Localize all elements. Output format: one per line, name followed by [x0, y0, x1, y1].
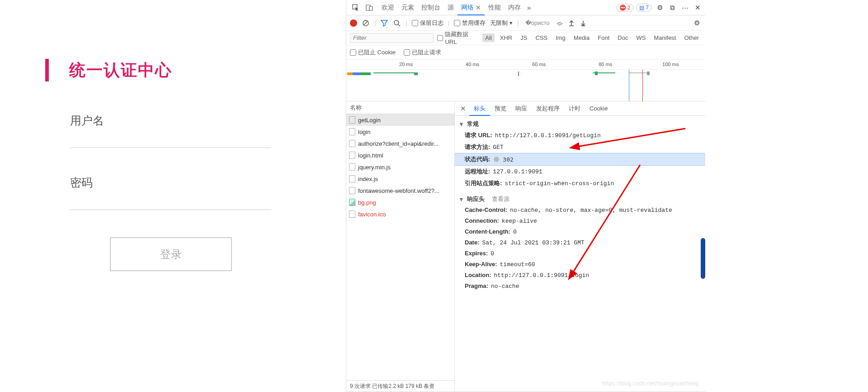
request-item[interactable]: index.js: [346, 173, 454, 185]
waterfall-tick: 60 ms: [532, 62, 546, 67]
header-key: Content-Length:: [465, 228, 510, 235]
file-icon: [349, 163, 355, 171]
request-item[interactable]: favicon.ico: [346, 208, 454, 220]
response-header-row: Date:Sat, 24 Jul 2021 03:39:21 GMT: [455, 237, 705, 248]
request-item-name: login.html: [358, 152, 383, 159]
blocked-request-checkbox[interactable]: 已阻止请求: [404, 48, 441, 57]
record-button[interactable]: [350, 19, 357, 27]
view-source-link[interactable]: 查看源: [492, 195, 509, 203]
filter-icon[interactable]: [380, 19, 388, 27]
devtools-tab-2[interactable]: 控制台: [418, 0, 444, 15]
throttle-select[interactable]: 无限制▾: [490, 19, 513, 27]
message-count-badge[interactable]: ▤7: [636, 4, 652, 12]
page-title: 统一认证中心: [69, 59, 172, 81]
request-item[interactable]: jquery.min.js: [346, 161, 454, 173]
filter-input[interactable]: [350, 33, 434, 43]
tab-close-icon[interactable]: ✕: [476, 4, 481, 11]
filter-type-media[interactable]: Media: [571, 33, 592, 42]
close-detail-icon[interactable]: ✕: [457, 105, 469, 113]
response-header-row: Content-Length:0: [455, 226, 705, 237]
password-label: 密码: [70, 175, 271, 190]
search-icon[interactable]: [393, 19, 401, 27]
more-menu-icon[interactable]: ⋯: [680, 4, 690, 12]
devtools-tab-1[interactable]: 元素: [398, 0, 418, 15]
hide-data-url-label: 隐藏数据 URL: [445, 30, 479, 45]
clear-button[interactable]: [362, 19, 370, 27]
preserve-log-checkbox[interactable]: 保留日志: [412, 19, 443, 27]
devtools-tab-5[interactable]: 性能: [485, 0, 505, 15]
download-icon[interactable]: [580, 19, 587, 27]
request-url-row: 请求 URL:http://127.0.0.1:9091/getLogin: [455, 129, 705, 141]
hide-data-url-checkbox[interactable]: 隐藏数据 URL: [437, 30, 479, 45]
close-devtools-icon[interactable]: ✕: [693, 4, 703, 12]
header-value: keep-alive: [502, 218, 537, 225]
devtools-tab-4[interactable]: 网络✕: [458, 0, 485, 15]
network-settings-icon[interactable]: ⚙: [692, 19, 702, 27]
response-headers-section-title[interactable]: ▼响应头查看源: [455, 194, 705, 205]
triangle-down-icon: ▼: [458, 121, 464, 128]
wifi-icon[interactable]: �ористо: [525, 19, 550, 26]
request-item-name: jquery.min.js: [358, 164, 391, 171]
username-group: 用户名: [70, 113, 271, 148]
error-count: 2: [627, 5, 631, 11]
request-item[interactable]: bg.png: [346, 196, 454, 208]
disable-cache-label: 禁用缓存: [462, 19, 486, 27]
header-value: Sat, 24 Jul 2021 03:39:21 GMT: [482, 239, 585, 246]
device-toggle-icon[interactable]: [363, 1, 376, 14]
username-input[interactable]: [70, 134, 271, 148]
detail-tab-1[interactable]: 预览: [490, 101, 511, 115]
filter-type-all[interactable]: All: [482, 33, 494, 42]
filter-type-js[interactable]: JS: [518, 33, 530, 42]
devtools-tabs: 欢迎元素控制台源网络✕性能内存: [378, 0, 524, 15]
filter-type-manifest[interactable]: Manifest: [651, 33, 679, 42]
login-button[interactable]: 登录: [110, 237, 232, 271]
detail-tab-0[interactable]: 标头: [469, 101, 490, 115]
devtools-topbar: 欢迎元素控制台源网络✕性能内存 » ⛔2 ▤7 ⚙ ⧉ ⋯ ✕: [346, 0, 705, 15]
blocked-cookie-checkbox[interactable]: 已阻止 Cookie: [350, 48, 396, 57]
disable-cache-checkbox[interactable]: 禁用缓存: [454, 19, 486, 27]
filter-type-ws[interactable]: WS: [633, 33, 648, 42]
filter-type-font[interactable]: Font: [595, 33, 612, 42]
filter-type-xhr[interactable]: XHR: [497, 33, 515, 42]
filter-type-other[interactable]: Other: [681, 33, 702, 42]
detail-tab-4[interactable]: 计时: [564, 101, 585, 115]
svg-line-6: [398, 24, 400, 26]
request-item[interactable]: getLogin: [346, 114, 454, 126]
waterfall-timeline[interactable]: 20 ms40 ms60 ms80 ms100 ms: [346, 60, 705, 101]
request-item[interactable]: login: [346, 126, 454, 138]
more-tabs-icon[interactable]: »: [524, 4, 533, 11]
inspect-element-icon[interactable]: [349, 1, 363, 14]
filter-type-doc[interactable]: Doc: [615, 33, 631, 42]
svg-line-4: [364, 21, 368, 25]
network-conditions-icon[interactable]: [556, 19, 563, 27]
devtools-tab-3[interactable]: 源: [444, 0, 458, 15]
request-item-name: index.js: [358, 176, 378, 182]
detail-body[interactable]: ▼常规 请求 URL:http://127.0.0.1:9091/getLogi…: [455, 116, 705, 392]
filter-type-css[interactable]: CSS: [533, 33, 550, 42]
topbar-right: ⛔2 ▤7 ⚙ ⧉ ⋯ ✕: [616, 4, 703, 12]
request-item[interactable]: fontawesome-webfont.woff2?...: [346, 185, 454, 196]
response-headers-title-text: 响应头: [467, 195, 485, 203]
response-header-row: Location:http://127.0.0.1:9091/login: [455, 270, 705, 281]
file-icon: [349, 210, 355, 218]
detail-tab-2[interactable]: 响应: [511, 101, 532, 115]
filter-type-img[interactable]: Img: [553, 33, 568, 42]
detail-tab-3[interactable]: 发起程序: [532, 101, 564, 115]
devtools-tab-6[interactable]: 内存: [505, 0, 524, 15]
login-form: 用户名 密码 登录: [70, 113, 271, 271]
dock-icon[interactable]: ⧉: [667, 4, 677, 12]
referrer-policy-value: strict-origin-when-cross-origin: [505, 180, 614, 187]
request-list-header[interactable]: 名称: [346, 101, 454, 114]
scrollbar-handle[interactable]: [701, 238, 705, 279]
password-input[interactable]: [70, 196, 271, 210]
general-section-title[interactable]: ▼常规: [455, 119, 705, 129]
request-item[interactable]: login.html: [346, 149, 454, 161]
devtools-tab-0[interactable]: 欢迎: [378, 0, 398, 15]
settings-icon[interactable]: ⚙: [655, 4, 665, 12]
upload-icon[interactable]: [568, 19, 575, 27]
error-count-badge[interactable]: ⛔2: [616, 4, 634, 12]
accent-bar: [45, 59, 49, 81]
login-page: 统一认证中心 用户名 密码 登录: [0, 0, 346, 392]
request-item[interactable]: authorize?client_id=api&redir...: [346, 138, 454, 149]
detail-tab-5[interactable]: Cookie: [585, 101, 612, 115]
